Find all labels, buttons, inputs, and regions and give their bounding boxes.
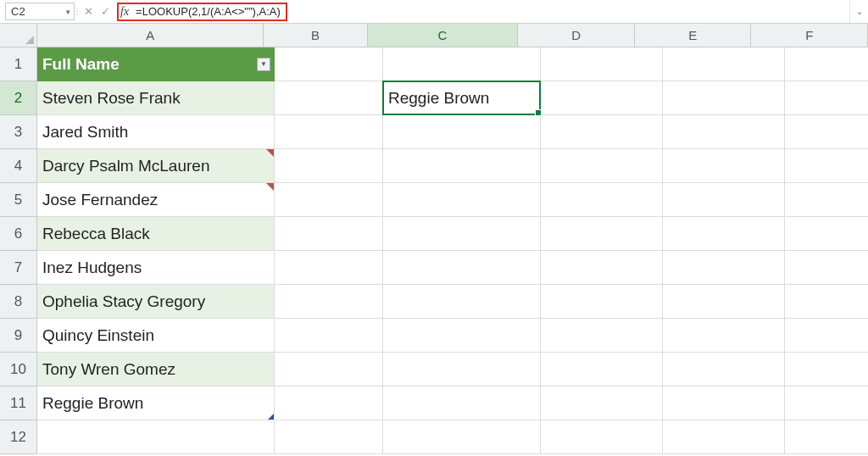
row-header-10[interactable]: 10 xyxy=(0,353,37,386)
cell-D1[interactable] xyxy=(541,47,663,81)
row-header-5[interactable]: 5 xyxy=(0,183,37,217)
cell-D5[interactable] xyxy=(541,183,663,217)
col-header-E[interactable]: E xyxy=(635,24,752,47)
row-header-7[interactable]: 7 xyxy=(0,251,37,285)
cell-A3[interactable]: Jared Smith xyxy=(37,115,275,149)
cell-E12[interactable] xyxy=(663,420,785,454)
cell-E7[interactable] xyxy=(663,251,785,285)
formula-input[interactable]: =LOOKUP(2,1/(A:A<>""),A:A) xyxy=(136,5,281,18)
select-all-corner[interactable] xyxy=(0,24,37,47)
cell-F12[interactable] xyxy=(785,420,868,454)
cell-F3[interactable] xyxy=(785,115,868,149)
cell-B12[interactable] xyxy=(275,420,383,454)
col-header-A[interactable]: A xyxy=(37,24,264,47)
row-header-1[interactable]: 1 xyxy=(0,47,37,81)
cell-E2[interactable] xyxy=(663,81,785,115)
row-header-9[interactable]: 9 xyxy=(0,319,37,353)
cell-A7[interactable]: Inez Hudgens xyxy=(37,251,275,285)
chevron-down-icon[interactable]: ▾ xyxy=(66,8,70,16)
cell-C7[interactable] xyxy=(383,251,541,285)
col-header-C[interactable]: C xyxy=(368,24,519,47)
cell-B11[interactable] xyxy=(275,386,383,420)
comment-indicator-icon[interactable] xyxy=(266,183,274,191)
cell-C9[interactable] xyxy=(383,319,541,353)
cell-F7[interactable] xyxy=(785,251,868,285)
cell-B1[interactable] xyxy=(275,47,383,81)
cell-E1[interactable] xyxy=(663,47,785,81)
cell-F9[interactable] xyxy=(785,319,868,353)
cell-B5[interactable] xyxy=(275,183,383,217)
expand-formula-bar-button[interactable]: ⌄ xyxy=(849,0,868,23)
confirm-formula-button[interactable]: ✓ xyxy=(97,0,114,23)
cell-D9[interactable] xyxy=(541,319,663,353)
cell-A11[interactable]: Reggie Brown xyxy=(37,386,275,420)
cell-C3[interactable] xyxy=(383,115,541,149)
cell-F2[interactable] xyxy=(785,81,868,115)
cell-E5[interactable] xyxy=(663,183,785,217)
cell-D10[interactable] xyxy=(541,353,663,386)
cell-A10[interactable]: Tony Wren Gomez xyxy=(37,353,275,386)
row-header-2[interactable]: 2 xyxy=(0,81,37,115)
cell-D12[interactable] xyxy=(541,420,663,454)
fx-icon[interactable]: fx xyxy=(120,5,136,19)
cell-B4[interactable] xyxy=(275,149,383,183)
col-header-F[interactable]: F xyxy=(751,24,868,47)
cell-B9[interactable] xyxy=(275,319,383,353)
cell-B10[interactable] xyxy=(275,353,383,386)
cell-D6[interactable] xyxy=(541,217,663,251)
cell-B3[interactable] xyxy=(275,115,383,149)
cell-D8[interactable] xyxy=(541,285,663,319)
cell-A12[interactable] xyxy=(37,420,275,454)
cell-D7[interactable] xyxy=(541,251,663,285)
row-header-3[interactable]: 3 xyxy=(0,115,37,149)
cell-F11[interactable] xyxy=(785,386,868,420)
cell-A9[interactable]: Quincy Einstein xyxy=(37,319,275,353)
cell-A6[interactable]: Rebecca Black xyxy=(37,217,275,251)
col-header-D[interactable]: D xyxy=(518,24,635,47)
cell-E11[interactable] xyxy=(663,386,785,420)
cell-D11[interactable] xyxy=(541,386,663,420)
cell-C2[interactable]: Reggie Brown xyxy=(383,81,541,115)
cell-F1[interactable] xyxy=(785,47,868,81)
name-box[interactable]: C2 ▾ xyxy=(5,3,75,20)
table-resize-handle-icon[interactable] xyxy=(268,414,274,420)
cell-E6[interactable] xyxy=(663,217,785,251)
cell-F6[interactable] xyxy=(785,217,868,251)
cell-A8[interactable]: Ophelia Stacy Gregory xyxy=(37,285,275,319)
cell-F5[interactable] xyxy=(785,183,868,217)
row-header-4[interactable]: 4 xyxy=(0,149,37,183)
cell-B8[interactable] xyxy=(275,285,383,319)
cell-A4[interactable]: Darcy Psalm McLauren xyxy=(37,149,275,183)
cell-B6[interactable] xyxy=(275,217,383,251)
row-header-11[interactable]: 11 xyxy=(0,386,37,420)
cell-E4[interactable] xyxy=(663,149,785,183)
cell-D4[interactable] xyxy=(541,149,663,183)
cell-F4[interactable] xyxy=(785,149,868,183)
cell-C12[interactable] xyxy=(383,420,541,454)
cell-C4[interactable] xyxy=(383,149,541,183)
cell-D2[interactable] xyxy=(541,81,663,115)
filter-dropdown-icon[interactable]: ▼ xyxy=(257,58,270,71)
col-header-B[interactable]: B xyxy=(264,24,367,47)
cell-E8[interactable] xyxy=(663,285,785,319)
cell-C5[interactable] xyxy=(383,183,541,217)
cell-D3[interactable] xyxy=(541,115,663,149)
cell-E10[interactable] xyxy=(663,353,785,386)
cell-F10[interactable] xyxy=(785,353,868,386)
cell-A5[interactable]: Jose Fernandez xyxy=(37,183,275,217)
cell-E9[interactable] xyxy=(663,319,785,353)
cell-C11[interactable] xyxy=(383,386,541,420)
row-header-6[interactable]: 6 xyxy=(0,217,37,251)
cell-A1[interactable]: Full Name ▼ xyxy=(37,47,275,81)
cell-C10[interactable] xyxy=(383,353,541,386)
row-header-8[interactable]: 8 xyxy=(0,285,37,319)
row-header-12[interactable]: 12 xyxy=(0,420,37,454)
cell-A2[interactable]: Steven Rose Frank xyxy=(37,81,275,115)
cell-C1[interactable] xyxy=(383,47,541,81)
cell-B2[interactable] xyxy=(275,81,383,115)
cell-B7[interactable] xyxy=(275,251,383,285)
cell-C8[interactable] xyxy=(383,285,541,319)
comment-indicator-icon[interactable] xyxy=(266,149,274,157)
cell-E3[interactable] xyxy=(663,115,785,149)
cell-C6[interactable] xyxy=(383,217,541,251)
